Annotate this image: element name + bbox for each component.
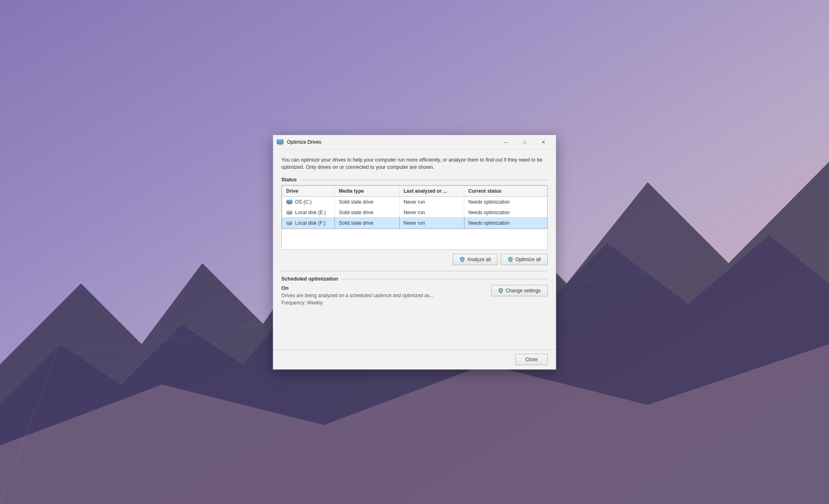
svg-point-36 bbox=[281, 142, 283, 144]
drive-cell: Local disk (F:) bbox=[282, 218, 335, 229]
local-drive-icon bbox=[286, 220, 293, 226]
optimize-all-label: Optimize all bbox=[515, 257, 541, 262]
svg-point-54 bbox=[461, 259, 463, 260]
current-status-cell: Needs optimization bbox=[464, 207, 547, 218]
col-header-drive: Drive bbox=[282, 186, 335, 197]
current-status-cell: Needs optimization bbox=[464, 197, 547, 208]
scheduled-label: Scheduled optimization bbox=[281, 276, 338, 282]
change-settings-shield-icon bbox=[498, 288, 504, 293]
maximize-button[interactable]: □ bbox=[515, 136, 534, 148]
current-status-cell: Needs optimization bbox=[464, 218, 547, 229]
optimize-drives-dialog: Optimize Drives — □ ✕ You can optimize y… bbox=[273, 135, 556, 370]
close-main-button[interactable]: Close bbox=[515, 354, 548, 365]
scheduled-description: Drives are being analyzed on a scheduled… bbox=[281, 293, 434, 298]
svg-rect-38 bbox=[278, 145, 282, 145]
dialog-title: Optimize Drives bbox=[287, 139, 497, 145]
media-type-cell: Solid state drive bbox=[335, 207, 400, 218]
local-drive-icon bbox=[286, 209, 293, 216]
svg-rect-48 bbox=[288, 215, 291, 215]
drive-cell: Local disk (E:) bbox=[282, 207, 335, 218]
svg-point-41 bbox=[291, 202, 292, 203]
drives-table-container: Drive Media type Last analyzed or ... Cu… bbox=[281, 185, 548, 250]
drive-cell: OS (C:) bbox=[282, 197, 335, 208]
change-settings-button[interactable]: Change settings bbox=[491, 285, 548, 296]
svg-point-55 bbox=[510, 259, 511, 260]
svg-rect-53 bbox=[288, 225, 291, 225]
scheduled-frequency: Frequency: Weekly bbox=[281, 300, 434, 306]
svg-rect-43 bbox=[288, 204, 291, 204]
action-buttons-area: Analyze all Optimize all bbox=[281, 254, 548, 265]
svg-rect-37 bbox=[279, 144, 281, 145]
table-header-row: Drive Media type Last analyzed or ... Cu… bbox=[282, 186, 547, 197]
last-analyzed-cell: Never run bbox=[400, 218, 464, 229]
analyze-all-button[interactable]: Analyze all bbox=[453, 254, 497, 265]
dialog-footer: Close bbox=[273, 349, 556, 369]
svg-point-46 bbox=[291, 213, 291, 213]
optimize-shield-icon bbox=[508, 257, 513, 262]
scheduled-divider bbox=[341, 279, 548, 279]
analyze-all-label: Analyze all bbox=[467, 257, 491, 262]
table-row[interactable]: Local disk (F:) Solid state drive Never … bbox=[282, 218, 547, 229]
scheduled-optimization-section: Scheduled optimization On Drives are bei… bbox=[281, 271, 548, 306]
scheduled-inner: On Drives are being analyzed on a schedu… bbox=[281, 285, 548, 306]
status-divider bbox=[300, 180, 548, 180]
col-header-media-type: Media type bbox=[335, 186, 400, 197]
col-header-current-status: Current status bbox=[464, 186, 547, 197]
svg-point-56 bbox=[500, 290, 502, 291]
app-icon bbox=[276, 138, 284, 146]
close-button[interactable]: ✕ bbox=[534, 136, 553, 148]
media-type-cell: Solid state drive bbox=[335, 218, 400, 229]
change-settings-label: Change settings bbox=[506, 288, 541, 293]
col-header-last-analyzed: Last analyzed or ... bbox=[400, 186, 464, 197]
scheduled-info: On Drives are being analyzed on a schedu… bbox=[281, 285, 434, 306]
last-analyzed-cell: Never run bbox=[400, 207, 464, 218]
last-analyzed-cell: Never run bbox=[400, 197, 464, 208]
drives-table: Drive Media type Last analyzed or ... Cu… bbox=[282, 185, 547, 229]
media-type-cell: Solid state drive bbox=[335, 197, 400, 208]
svg-point-51 bbox=[291, 223, 291, 224]
svg-rect-50 bbox=[287, 222, 292, 223]
analyze-shield-icon bbox=[459, 257, 465, 262]
window-controls: — □ ✕ bbox=[497, 136, 553, 148]
minimize-button[interactable]: — bbox=[497, 136, 515, 148]
title-bar: Optimize Drives — □ ✕ bbox=[273, 135, 556, 150]
svg-rect-34 bbox=[278, 140, 283, 141]
table-row[interactable]: Local disk (E:) Solid state drive Never … bbox=[282, 207, 547, 218]
optimize-all-button[interactable]: Optimize all bbox=[501, 254, 548, 265]
table-row[interactable]: OS (C:) Solid state drive Never run Need… bbox=[282, 197, 547, 208]
svg-rect-45 bbox=[287, 211, 292, 212]
svg-rect-40 bbox=[287, 200, 292, 201]
dialog-body: You can optimize your drives to help you… bbox=[273, 150, 556, 349]
os-drive-icon bbox=[286, 199, 293, 205]
svg-rect-35 bbox=[278, 142, 283, 142]
scheduled-status: On bbox=[281, 285, 434, 291]
status-label: Status bbox=[281, 177, 297, 183]
status-section-header: Status bbox=[281, 177, 548, 183]
dialog-description: You can optimize your drives to help you… bbox=[281, 156, 548, 172]
scheduled-section-header: Scheduled optimization bbox=[281, 276, 548, 282]
